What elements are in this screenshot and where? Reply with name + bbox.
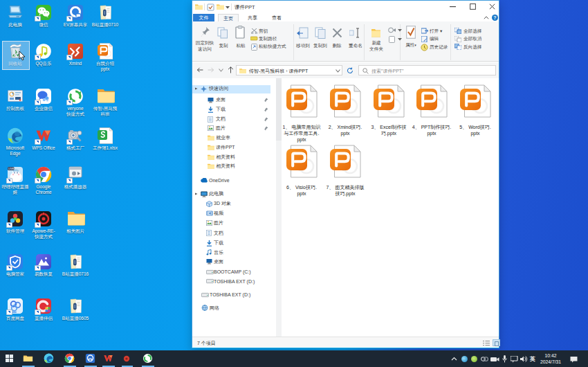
svg-text:LIVE: LIVE xyxy=(8,168,14,170)
